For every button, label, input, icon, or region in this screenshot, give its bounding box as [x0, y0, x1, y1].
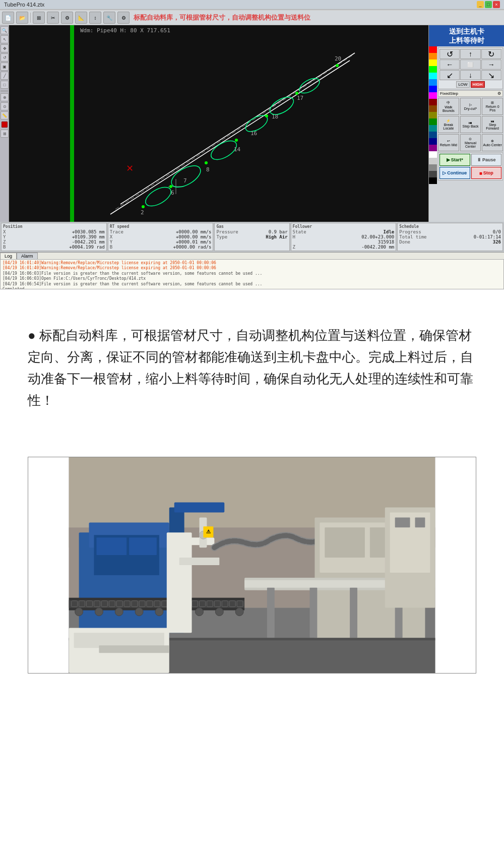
color-swatch[interactable] — [429, 79, 437, 86]
color-swatch[interactable] — [429, 112, 437, 118]
tool5-icon[interactable]: ↕ — [89, 12, 101, 24]
continue-button[interactable]: ▷ Continue — [439, 167, 470, 179]
zoom-icon[interactable]: 🔍 — [1, 26, 9, 34]
origin-icon[interactable]: ⊕ — [1, 93, 9, 101]
rt-y-row: Y +0000.01 mm/s — [110, 239, 212, 245]
log-area: Log Alarm [04/19 16:01:40]Warning:Remove… — [0, 252, 504, 289]
gas-pressure-label: Pressure — [216, 229, 238, 234]
move-icon[interactable]: ✥ — [1, 44, 9, 52]
status-bar: Position X +0030.085 mm Y +0109.390 mm Z… — [0, 222, 504, 252]
alarm-tab[interactable]: Alarm — [17, 253, 38, 259]
pos-x-label: X — [3, 229, 6, 234]
jog-rotate-left[interactable]: ↺ — [439, 49, 460, 59]
schedule-group: Schedule Progress 0/0 Total time 0-01:17… — [397, 223, 503, 251]
snap-icon[interactable]: ⊙ — [1, 102, 9, 110]
stop-marker-icon[interactable] — [2, 121, 8, 128]
color-swatch[interactable] — [429, 177, 437, 184]
step-back-button[interactable]: ⏮ Step Back — [460, 116, 481, 133]
jog-down[interactable]: ↓ — [460, 70, 480, 80]
jog-rotate-right[interactable]: ↻ — [481, 49, 501, 59]
tool6-icon[interactable]: 🔧 — [103, 12, 115, 24]
color-swatch[interactable] — [429, 99, 437, 105]
tool2-icon[interactable]: ✂ — [47, 12, 59, 24]
color-swatch[interactable] — [429, 164, 437, 171]
color-swatch[interactable] — [429, 59, 437, 66]
tool1-icon[interactable]: ⊞ — [33, 12, 45, 24]
pause-button[interactable]: ⏸ Pause — [471, 154, 502, 166]
step-back-label: Step Back — [463, 125, 479, 128]
pos-z-label: Z — [3, 239, 6, 245]
color-swatch[interactable] — [429, 158, 437, 164]
svg-point-19 — [336, 64, 339, 67]
follower-state-val: Idle — [384, 229, 395, 234]
controls-column: ↺ ↑ ↻ ← ⬜ → ↙ ↓ ↘ LOW HIGH — [437, 46, 504, 222]
color-swatch[interactable] — [429, 73, 437, 79]
rotate-icon[interactable]: ↺ — [1, 53, 9, 62]
manual-center-label: Manual Center — [461, 141, 481, 148]
start-button[interactable]: ▶ Start* — [439, 154, 470, 166]
color-swatch[interactable] — [429, 66, 437, 73]
color-swatch[interactable] — [429, 118, 437, 125]
rect-icon[interactable]: □ — [1, 81, 9, 89]
jog-down-left[interactable]: ↙ — [439, 70, 460, 80]
speed-low-button[interactable]: LOW — [456, 81, 469, 88]
manual-center-button[interactable]: ⊙ Manual Center — [460, 134, 481, 151]
color-swatch[interactable] — [429, 145, 437, 151]
tool7-icon[interactable]: ⚙ — [117, 12, 130, 24]
log-line-5: [04/19 16:06:54]File version is greater … — [3, 282, 501, 287]
pos-z-val: -0042.201 mm — [72, 239, 105, 245]
measure-icon[interactable]: 📏 — [1, 111, 9, 119]
step-forward-button[interactable]: ⏭ Step Forward — [482, 116, 503, 133]
cad-viewport: 2 6 7 8 14 16 18 17 20 ✕ Wdm: Pipe40 H: … — [9, 25, 428, 222]
svg-point-14 — [169, 185, 172, 188]
color-swatch[interactable] — [429, 125, 437, 132]
color-swatch[interactable] — [429, 132, 437, 138]
fixedstep-label: FixedStep — [440, 91, 458, 96]
follower-group: Follower State Idle H 02.00+23.000 31591… — [291, 223, 397, 251]
break-locate-button[interactable]: ⚡ Break Locate — [438, 116, 459, 133]
jog-center[interactable]: ⬜ — [460, 59, 480, 70]
color-swatch[interactable] — [429, 92, 437, 99]
dry-cut-button[interactable]: ▷ Dry-cut* — [460, 98, 481, 115]
pointer-icon[interactable]: ↖ — [1, 35, 9, 43]
walk-bounds-button[interactable]: 中 Walk Bounds — [438, 98, 459, 115]
machine-photo: ⚠ — [28, 457, 476, 674]
return-0-button[interactable]: ⊞ Return 0 Pos — [482, 98, 503, 115]
log-tab[interactable]: Log — [0, 253, 17, 259]
fixedstep-row: FixedStep ⚙ — [438, 90, 503, 97]
follower-z-label: Z — [293, 245, 295, 250]
color-swatch[interactable] — [429, 46, 437, 53]
return-mid-button[interactable]: ↩ Return Mid — [438, 134, 459, 151]
color-swatch[interactable] — [429, 53, 437, 59]
maximize-button[interactable]: □ — [485, 1, 492, 8]
svg-rect-0 — [70, 25, 367, 222]
color-swatch[interactable] — [429, 138, 437, 145]
select-icon[interactable]: ▣ — [1, 63, 9, 71]
position-label: Position — [3, 224, 105, 229]
minimize-button[interactable]: _ — [477, 1, 484, 8]
line-icon[interactable]: ╱ — [1, 72, 9, 80]
color-swatch[interactable] — [429, 151, 437, 158]
speed-high-button[interactable]: HIGH — [471, 81, 485, 88]
tool3-icon[interactable]: ⚙ — [61, 12, 73, 24]
svg-point-82 — [196, 607, 204, 616]
jog-up[interactable]: ↑ — [460, 49, 480, 59]
tool4-icon[interactable]: 📐 — [75, 12, 87, 24]
color-swatch[interactable] — [429, 86, 437, 92]
svg-rect-38 — [96, 537, 127, 555]
fixedstep-icon[interactable]: ⚙ — [497, 91, 501, 96]
color-swatch[interactable] — [429, 171, 437, 177]
follower-label: Follower — [293, 224, 395, 229]
color-swatch[interactable] — [429, 105, 437, 112]
walk-bounds-label: Walk Bounds — [438, 105, 459, 112]
continue-label: Continue — [447, 170, 467, 175]
file-icon[interactable]: 📄 — [2, 12, 14, 24]
grid-icon[interactable]: ⊞ — [1, 130, 9, 138]
auto-center-button[interactable]: ⊕ Auto Center — [482, 134, 503, 151]
jog-right[interactable]: → — [481, 59, 501, 70]
stop-button[interactable]: ■ Stop — [471, 167, 502, 179]
jog-left[interactable]: ← — [439, 59, 460, 70]
open-icon[interactable]: 📂 — [16, 12, 28, 24]
close-button[interactable]: × — [493, 1, 500, 8]
jog-down-right[interactable]: ↘ — [481, 70, 501, 80]
